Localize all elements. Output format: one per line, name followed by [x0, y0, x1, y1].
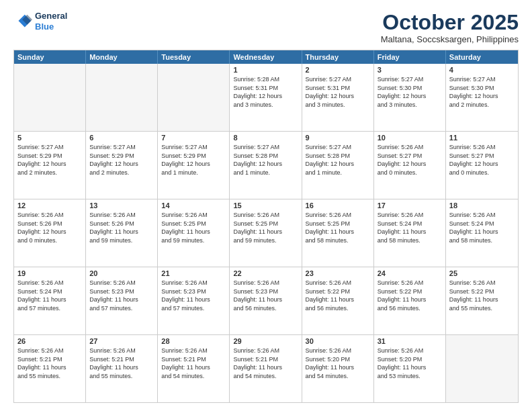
day-number: 10	[378, 134, 442, 142]
cell-info-line: and 54 minutes.	[161, 372, 226, 381]
day-number: 16	[306, 201, 370, 210]
cell-info-line: Sunrise: 5:26 AM	[233, 347, 298, 355]
calendar-cell: 29Sunrise: 5:26 AMSunset: 5:21 PMDayligh…	[230, 335, 302, 402]
cell-info-line: and 3 minutes.	[306, 101, 370, 109]
cell-info-line: and 56 minutes.	[306, 304, 370, 313]
cell-info-line: and 1 minute.	[233, 169, 298, 177]
cell-info-line: Sunrise: 5:26 AM	[306, 347, 370, 355]
cell-info-line: Daylight: 11 hours	[233, 295, 298, 304]
cell-info-line: Sunset: 5:23 PM	[233, 287, 298, 296]
cell-info-line: and 58 minutes.	[306, 236, 370, 245]
cell-info-line: Daylight: 12 hours	[233, 92, 298, 101]
cell-info-line: Sunset: 5:26 PM	[17, 220, 82, 228]
cell-info-line: and 55 minutes.	[449, 304, 515, 313]
cell-info-line: Sunset: 5:23 PM	[161, 287, 226, 296]
cell-info-line: Sunset: 5:28 PM	[306, 152, 370, 161]
cell-info-line: and 58 minutes.	[378, 236, 442, 245]
calendar-cell: 11Sunrise: 5:26 AMSunset: 5:27 PMDayligh…	[446, 132, 518, 199]
cell-info-line: and 3 minutes.	[378, 101, 442, 109]
cell-info-line: Sunrise: 5:27 AM	[306, 75, 370, 84]
calendar-cell: 7Sunrise: 5:27 AMSunset: 5:29 PMDaylight…	[158, 132, 230, 199]
cell-info-line: Sunset: 5:28 PM	[233, 152, 298, 161]
cell-info-line: Sunrise: 5:27 AM	[306, 143, 370, 152]
day-number: 6	[89, 134, 154, 142]
cell-info-line: Sunrise: 5:26 AM	[89, 211, 154, 220]
cell-info-line: Sunset: 5:22 PM	[378, 287, 442, 296]
day-number: 18	[449, 201, 515, 210]
weekday-header: Wednesday	[230, 50, 302, 64]
day-number: 14	[161, 201, 226, 210]
calendar-cell: 6Sunrise: 5:27 AMSunset: 5:29 PMDaylight…	[86, 132, 158, 199]
cell-info-line: Daylight: 12 hours	[449, 160, 515, 169]
day-number: 21	[161, 269, 226, 277]
calendar-cell	[158, 64, 230, 131]
calendar-cell: 2Sunrise: 5:27 AMSunset: 5:31 PMDaylight…	[302, 64, 374, 131]
logo-line2: Blue	[35, 21, 67, 32]
cell-info-line: Sunset: 5:20 PM	[306, 355, 370, 364]
cell-info-line: Daylight: 11 hours	[306, 228, 370, 236]
day-number: 12	[17, 201, 82, 210]
cell-info-line: and 3 minutes.	[233, 101, 298, 109]
day-number: 24	[378, 269, 442, 277]
cell-info-line: Daylight: 11 hours	[89, 228, 154, 236]
cell-info-line: Sunrise: 5:28 AM	[233, 75, 298, 84]
cell-info-line: Daylight: 11 hours	[306, 363, 370, 372]
cell-info-line: Daylight: 11 hours	[161, 295, 226, 304]
cell-info-line: Sunset: 5:21 PM	[89, 355, 154, 364]
cell-info-line: Sunrise: 5:26 AM	[161, 211, 226, 220]
page: General Blue October 2025 Maltana, Soccs…	[0, 0, 532, 411]
calendar: SundayMondayTuesdayWednesdayThursdayFrid…	[13, 50, 519, 403]
cell-info-line: Sunset: 5:30 PM	[449, 84, 515, 93]
cell-info-line: and 59 minutes.	[89, 236, 154, 245]
calendar-cell	[446, 335, 518, 402]
calendar-cell: 23Sunrise: 5:26 AMSunset: 5:22 PMDayligh…	[302, 267, 374, 334]
calendar-cell: 3Sunrise: 5:27 AMSunset: 5:30 PMDaylight…	[374, 64, 446, 131]
cell-info-line: Daylight: 11 hours	[306, 295, 370, 304]
cell-info-line: Sunrise: 5:26 AM	[161, 279, 226, 287]
day-number: 23	[306, 269, 370, 277]
cell-info-line: Daylight: 11 hours	[233, 363, 298, 372]
cell-info-line: and 0 minutes.	[449, 169, 515, 177]
cell-info-line: and 55 minutes.	[89, 372, 154, 381]
day-number: 15	[233, 201, 298, 210]
day-number: 27	[89, 337, 154, 345]
weekday-header: Thursday	[302, 50, 374, 64]
cell-info-line: and 54 minutes.	[306, 372, 370, 381]
cell-info-line: and 2 minutes.	[89, 169, 154, 177]
cell-info-line: Sunset: 5:25 PM	[233, 220, 298, 228]
calendar-cell: 8Sunrise: 5:27 AMSunset: 5:28 PMDaylight…	[230, 132, 302, 199]
cell-info-line: and 54 minutes.	[233, 372, 298, 381]
calendar-cell: 16Sunrise: 5:26 AMSunset: 5:25 PMDayligh…	[302, 199, 374, 267]
header: General Blue October 2025 Maltana, Soccs…	[13, 11, 519, 44]
calendar-cell: 15Sunrise: 5:26 AMSunset: 5:25 PMDayligh…	[230, 199, 302, 267]
cell-info-line: Daylight: 11 hours	[378, 363, 442, 372]
cell-info-line: Sunset: 5:29 PM	[89, 152, 154, 161]
calendar-cell: 9Sunrise: 5:27 AMSunset: 5:28 PMDaylight…	[302, 132, 374, 199]
cell-info-line: and 59 minutes.	[233, 236, 298, 245]
calendar-cell: 4Sunrise: 5:27 AMSunset: 5:30 PMDaylight…	[446, 64, 518, 131]
cell-info-line: and 57 minutes.	[161, 304, 226, 313]
calendar-cell: 5Sunrise: 5:27 AMSunset: 5:29 PMDaylight…	[14, 132, 86, 199]
day-number: 7	[161, 134, 226, 142]
cell-info-line: Sunrise: 5:26 AM	[17, 279, 82, 287]
cell-info-line: Sunrise: 5:26 AM	[378, 211, 442, 220]
cell-info-line: Sunset: 5:24 PM	[378, 220, 442, 228]
cell-info-line: Daylight: 12 hours	[17, 160, 82, 169]
calendar-row: 1Sunrise: 5:28 AMSunset: 5:31 PMDaylight…	[14, 64, 518, 131]
cell-info-line: Daylight: 11 hours	[449, 228, 515, 236]
calendar-cell	[14, 64, 86, 131]
cell-info-line: Daylight: 12 hours	[306, 160, 370, 169]
day-number: 9	[306, 134, 370, 142]
cell-info-line: Sunrise: 5:26 AM	[449, 279, 515, 287]
calendar-cell: 14Sunrise: 5:26 AMSunset: 5:25 PMDayligh…	[158, 199, 230, 267]
cell-info-line: and 56 minutes.	[233, 304, 298, 313]
cell-info-line: Sunset: 5:30 PM	[378, 84, 442, 93]
cell-info-line: Daylight: 12 hours	[161, 160, 226, 169]
weekday-header: Friday	[374, 50, 446, 64]
cell-info-line: Sunset: 5:26 PM	[89, 220, 154, 228]
cell-info-line: Sunrise: 5:27 AM	[449, 75, 515, 84]
day-number: 13	[89, 201, 154, 210]
location: Maltana, Soccsksargen, Philippines	[381, 34, 519, 44]
calendar-cell	[86, 64, 158, 131]
cell-info-line: Sunrise: 5:27 AM	[161, 143, 226, 152]
